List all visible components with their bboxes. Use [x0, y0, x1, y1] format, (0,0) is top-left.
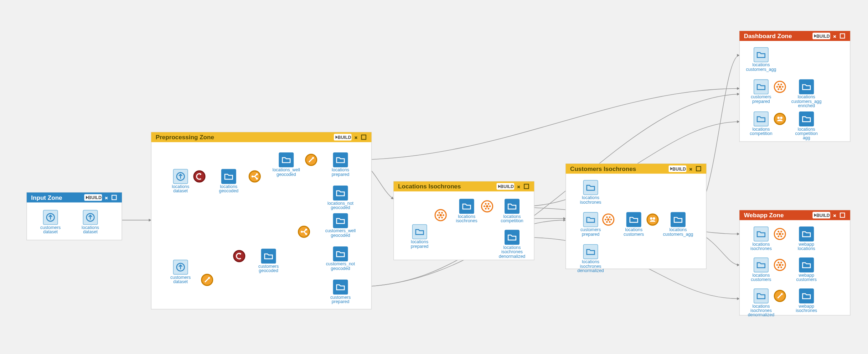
- node-label: geocoded: [219, 188, 239, 193]
- node-label: prepared: [332, 172, 350, 177]
- node-w_cust[interactable]: webappcustomers: [796, 258, 817, 282]
- svg-rect-17: [261, 249, 275, 263]
- node-p_locations_dataset[interactable]: locationsdataset: [172, 169, 189, 193]
- svg-point-34: [441, 212, 443, 214]
- svg-point-57: [650, 217, 652, 220]
- zone-title: Customers Isochrones: [570, 166, 636, 172]
- node-r_w3[interactable]: [774, 290, 785, 301]
- node-p_locations_geocoded[interactable]: locationsgeocoded: [219, 169, 239, 193]
- flow-canvas[interactable]: Input ZoneBUILDcustomersdatasetlocations…: [0, 0, 868, 354]
- zone-title: Preprocessing Zone: [156, 134, 214, 141]
- svg-point-54: [609, 216, 611, 218]
- svg-point-41: [485, 203, 487, 205]
- svg-rect-43: [505, 199, 519, 213]
- svg-rect-62: [754, 48, 768, 62]
- node-locations_dataset[interactable]: locationsdataset: [82, 210, 99, 234]
- svg-point-73: [774, 113, 785, 124]
- node-label: geocoded: [259, 268, 278, 273]
- svg-rect-44: [505, 230, 519, 244]
- plugin-icon: [779, 85, 781, 88]
- svg-rect-86: [799, 227, 813, 241]
- node-p_customers_dataset[interactable]: customersdataset: [170, 260, 191, 284]
- zone-title: Dashboard Zone: [744, 33, 792, 40]
- node-label: customers_agg: [663, 232, 693, 237]
- zone-preproc: Preprocessing ZoneBUILDlocationsdatasetl…: [151, 132, 371, 309]
- node-r_w1[interactable]: [774, 228, 785, 239]
- node-l_loc_prepared[interactable]: locationsprepared: [411, 225, 429, 249]
- svg-point-33: [438, 212, 440, 214]
- build-label: BUILD: [500, 184, 514, 189]
- svg-point-84: [777, 231, 779, 233]
- node-r_dash1[interactable]: [774, 81, 785, 92]
- svg-point-82: [777, 235, 779, 237]
- svg-point-16: [234, 251, 245, 262]
- node-r_agg[interactable]: [647, 214, 658, 225]
- node-r_w2[interactable]: [774, 259, 785, 270]
- svg-point-89: [782, 264, 784, 266]
- zone-title: Locations Isochrones: [398, 183, 461, 190]
- node-label: isochrones: [750, 246, 772, 251]
- node-r_cust_prep[interactable]: [202, 274, 213, 285]
- node-label: prepared: [411, 244, 429, 249]
- node-label: locations: [798, 246, 815, 251]
- node-label: customers: [751, 277, 771, 282]
- node-label: customers: [796, 277, 817, 282]
- node-p_customers_geocoded[interactable]: customersgeocoded: [258, 249, 279, 273]
- svg-point-51: [606, 221, 608, 223]
- node-label: customers: [624, 232, 644, 237]
- node-r_loc_split[interactable]: [249, 171, 260, 182]
- svg-point-30: [441, 217, 443, 218]
- svg-rect-14: [333, 186, 347, 200]
- svg-point-8: [252, 176, 254, 178]
- node-c_loc_cust[interactable]: locationscustomers: [624, 212, 644, 236]
- svg-point-32: [437, 214, 439, 216]
- svg-rect-78: [754, 227, 768, 241]
- svg-point-19: [301, 231, 303, 233]
- node-customers_dataset[interactable]: customersdataset: [40, 210, 61, 234]
- svg-point-81: [780, 235, 782, 237]
- node-p_cust_prepared[interactable]: customersprepared: [330, 280, 351, 304]
- plugin-icon: [779, 233, 781, 235]
- svg-rect-72: [754, 112, 768, 126]
- node-label: competition: [501, 218, 523, 223]
- build-label: BUILD: [88, 195, 102, 200]
- svg-rect-25: [333, 280, 347, 294]
- svg-point-42: [487, 203, 489, 205]
- svg-point-91: [777, 266, 779, 268]
- node-label: enriched: [798, 103, 815, 108]
- svg-rect-96: [754, 289, 768, 303]
- svg-point-70: [780, 84, 782, 85]
- node-label: geocoded: [331, 233, 350, 238]
- node-r_dash2[interactable]: [774, 113, 785, 124]
- svg-point-9: [256, 173, 258, 175]
- svg-point-37: [489, 205, 491, 207]
- zone-title: Input Zone: [31, 194, 62, 201]
- plugin-icon: [779, 264, 781, 266]
- node-r_cust_split[interactable]: [298, 226, 309, 237]
- node-r_loc_geo[interactable]: [194, 171, 205, 182]
- node-label: geocoded: [331, 266, 350, 271]
- node-r_cust_geo[interactable]: [234, 251, 245, 262]
- node-c_cust_prep[interactable]: customersprepared: [580, 212, 601, 236]
- svg-point-68: [776, 86, 778, 88]
- svg-point-56: [647, 214, 658, 225]
- node-w_loc_cust[interactable]: locationscustomers: [751, 258, 771, 282]
- node-p_loc_prepared[interactable]: locationsprepared: [332, 153, 350, 177]
- svg-point-53: [606, 216, 608, 218]
- svg-point-80: [782, 233, 784, 235]
- node-label: agg: [803, 135, 810, 140]
- node-r_cust_iso[interactable]: [603, 214, 614, 225]
- node-label: prepared: [582, 232, 600, 237]
- node-label: customers_agg: [746, 67, 776, 72]
- node-r_loc_prep[interactable]: [306, 154, 317, 165]
- svg-rect-6: [222, 169, 236, 183]
- node-r_loc_iso[interactable]: [435, 210, 446, 221]
- svg-point-66: [780, 88, 782, 90]
- svg-rect-59: [671, 212, 685, 227]
- svg-rect-47: [583, 212, 598, 227]
- node-r_loc_comp[interactable]: [482, 201, 493, 212]
- node-d_cust_prep[interactable]: customersprepared: [751, 80, 771, 104]
- node-w_loc[interactable]: webapplocations: [798, 227, 815, 251]
- zone-dash: Dashboard ZoneBUILDlocationscustomers_ag…: [739, 31, 850, 142]
- build-label: BUILD: [672, 167, 686, 172]
